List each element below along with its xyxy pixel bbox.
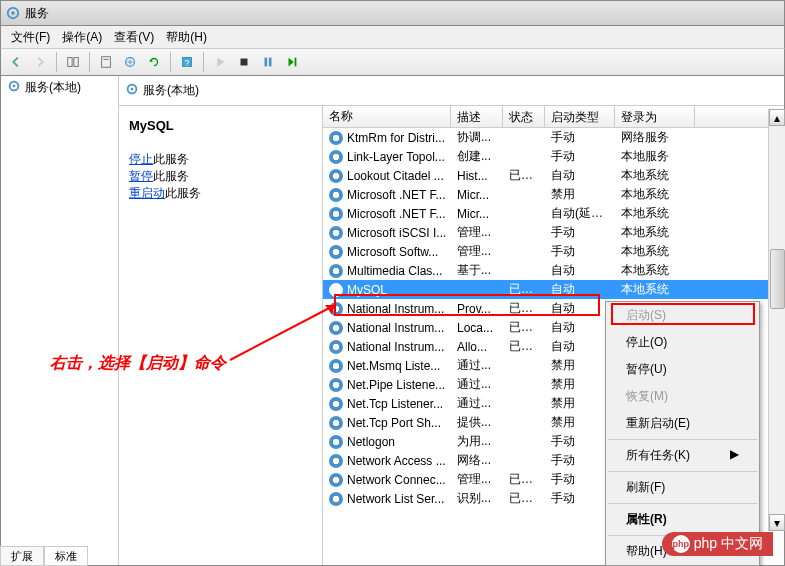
- table-row[interactable]: MySQL已启动自动本地系统: [323, 280, 784, 299]
- sidebar-item-services[interactable]: 服务(本地): [1, 76, 118, 99]
- table-row[interactable]: Microsoft .NET F...Micr...禁用本地系统: [323, 185, 784, 204]
- title-bar: 服务: [0, 0, 785, 26]
- ctx-separator: [608, 439, 757, 440]
- cell-startup: 手动: [545, 128, 615, 147]
- ctx-pause[interactable]: 暂停(U): [606, 356, 759, 383]
- refresh-button[interactable]: [143, 51, 165, 73]
- ctx-refresh[interactable]: 刷新(F): [606, 474, 759, 501]
- gear-icon: [329, 416, 343, 430]
- gear-icon: [329, 492, 343, 506]
- menu-help[interactable]: 帮助(H): [160, 27, 213, 48]
- svg-point-14: [13, 85, 16, 88]
- tab-extended[interactable]: 扩展: [0, 547, 44, 566]
- cell-status: [503, 460, 545, 462]
- cell-description: Hist...: [451, 168, 503, 184]
- sidebar: 服务(本地): [1, 76, 119, 565]
- properties-button[interactable]: [95, 51, 117, 73]
- cell-logon: 本地服务: [615, 147, 695, 166]
- col-header-logon[interactable]: 登录为: [615, 106, 695, 127]
- gear-icon: [329, 397, 343, 411]
- ctx-all-tasks[interactable]: 所有任务(K)▶: [606, 442, 759, 469]
- cell-logon: 本地系统: [615, 185, 695, 204]
- vertical-scrollbar[interactable]: ▴ ▾: [768, 109, 785, 531]
- table-row[interactable]: Microsoft iSCSI I...管理...手动本地系统: [323, 223, 784, 242]
- cell-name: Net.Msmq Liste...: [347, 359, 440, 373]
- ctx-separator: [608, 471, 757, 472]
- detail-restart-link[interactable]: 重启动此服务: [129, 185, 312, 202]
- menu-view[interactable]: 查看(V): [108, 27, 160, 48]
- cell-startup: 自动: [545, 280, 615, 299]
- table-row[interactable]: Link-Layer Topol...创建...手动本地服务: [323, 147, 784, 166]
- gear-icon: [329, 435, 343, 449]
- ctx-restart[interactable]: 重新启动(E): [606, 410, 759, 437]
- list-header: 名称 描述 状态 启动类型 登录为: [323, 106, 784, 128]
- export-button[interactable]: [119, 51, 141, 73]
- cell-description: Loca...: [451, 320, 503, 336]
- detail-stop-link[interactable]: 停止此服务: [129, 151, 312, 168]
- cell-name: Network List Ser...: [347, 492, 444, 506]
- scroll-down-button[interactable]: ▾: [769, 514, 785, 531]
- gear-icon: [329, 321, 343, 335]
- ctx-stop[interactable]: 停止(O): [606, 329, 759, 356]
- start-button[interactable]: [209, 51, 231, 73]
- svg-text:?: ?: [185, 58, 190, 68]
- col-header-status[interactable]: 状态: [503, 106, 545, 127]
- ctx-separator: [608, 503, 757, 504]
- watermark: php php 中文网: [662, 532, 773, 556]
- cell-status: 已启动: [503, 489, 545, 508]
- table-row[interactable]: Microsoft Softw...管理...手动本地系统: [323, 242, 784, 261]
- svg-point-16: [131, 88, 134, 91]
- detail-service-name: MySQL: [129, 118, 312, 133]
- cell-name: Multimedia Clas...: [347, 264, 442, 278]
- cell-description: 通过...: [451, 356, 503, 375]
- ctx-properties[interactable]: 属性(R): [606, 506, 759, 533]
- menu-file[interactable]: 文件(F): [5, 27, 56, 48]
- ctx-resume[interactable]: 恢复(M): [606, 383, 759, 410]
- forward-button[interactable]: [29, 51, 51, 73]
- cell-status: [503, 194, 545, 196]
- cell-status: 已启动: [503, 166, 545, 185]
- pause-button[interactable]: [257, 51, 279, 73]
- svg-rect-2: [68, 58, 72, 67]
- svg-rect-10: [265, 58, 268, 67]
- help-button[interactable]: ?: [176, 51, 198, 73]
- restart-button[interactable]: [281, 51, 303, 73]
- cell-description: 通过...: [451, 394, 503, 413]
- scroll-up-button[interactable]: ▴: [769, 109, 785, 126]
- cell-description: 基于...: [451, 261, 503, 280]
- main-header: 服务(本地): [119, 76, 784, 106]
- table-row[interactable]: Microsoft .NET F...Micr...自动(延迟...本地系统: [323, 204, 784, 223]
- cell-description: 提供...: [451, 413, 503, 432]
- col-header-description[interactable]: 描述: [451, 106, 503, 127]
- cell-description: 通过...: [451, 375, 503, 394]
- detail-pause-link[interactable]: 暂停此服务: [129, 168, 312, 185]
- cell-startup: 自动: [545, 166, 615, 185]
- menu-action[interactable]: 操作(A): [56, 27, 108, 48]
- gear-icon: [329, 169, 343, 183]
- gear-icon: [329, 302, 343, 316]
- back-button[interactable]: [5, 51, 27, 73]
- gear-icon: [7, 79, 21, 96]
- table-row[interactable]: KtmRm for Distri...协调...手动网络服务: [323, 128, 784, 147]
- cell-logon: 本地系统: [615, 204, 695, 223]
- col-header-name[interactable]: 名称: [323, 106, 451, 127]
- cell-description: 管理...: [451, 242, 503, 261]
- show-hide-button[interactable]: [62, 51, 84, 73]
- gear-icon: [329, 188, 343, 202]
- cell-name: Network Connec...: [347, 473, 446, 487]
- cell-name: Microsoft Softw...: [347, 245, 438, 259]
- table-row[interactable]: Multimedia Clas...基于...自动本地系统: [323, 261, 784, 280]
- tab-standard[interactable]: 标准: [44, 547, 88, 566]
- cell-startup: 自动(延迟...: [545, 204, 615, 223]
- col-header-startup[interactable]: 启动类型: [545, 106, 615, 127]
- cell-description: 协调...: [451, 128, 503, 147]
- svg-point-1: [11, 11, 15, 15]
- scroll-thumb[interactable]: [770, 249, 785, 309]
- cell-name: National Instrum...: [347, 340, 444, 354]
- cell-name: Network Access ...: [347, 454, 446, 468]
- table-row[interactable]: Lookout Citadel ...Hist...已启动自动本地系统: [323, 166, 784, 185]
- detail-pane: MySQL 停止此服务 暂停此服务 重启动此服务 扩展 标准: [119, 106, 323, 565]
- ctx-start[interactable]: 启动(S): [606, 302, 759, 329]
- stop-button[interactable]: [233, 51, 255, 73]
- cell-description: 为用...: [451, 432, 503, 451]
